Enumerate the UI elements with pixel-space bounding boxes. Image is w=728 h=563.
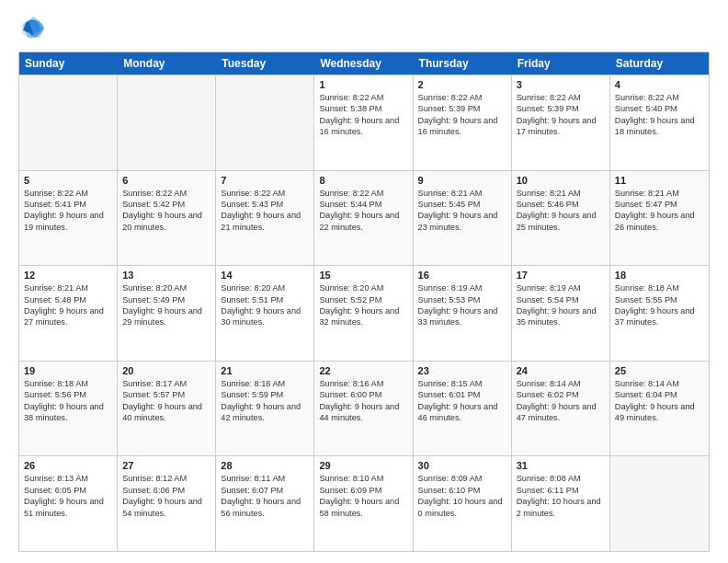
calendar-cell: 1Sunrise: 8:22 AMSunset: 5:38 PMDaylight… — [314, 75, 413, 170]
calendar-week: 26Sunrise: 8:13 AMSunset: 6:05 PMDayligh… — [19, 455, 709, 551]
calendar-cell: 17Sunrise: 8:19 AMSunset: 5:54 PMDayligh… — [512, 266, 610, 361]
daylight-text: Daylight: 9 hours and 44 minutes. — [319, 401, 407, 424]
sunrise-text: Sunrise: 8:16 AM — [319, 378, 407, 389]
sunrise-text: Sunrise: 8:10 AM — [319, 473, 407, 484]
sunrise-text: Sunrise: 8:11 AM — [221, 473, 309, 484]
sunrise-text: Sunrise: 8:18 AM — [24, 378, 112, 389]
sunset-text: Sunset: 5:48 PM — [24, 294, 112, 305]
daylight-text: Daylight: 9 hours and 56 minutes. — [221, 496, 309, 519]
sunrise-text: Sunrise: 8:21 AM — [24, 282, 112, 293]
sunrise-text: Sunrise: 8:20 AM — [122, 282, 210, 293]
day-number: 22 — [319, 365, 407, 376]
day-number: 2 — [418, 79, 506, 90]
calendar-cell — [216, 75, 314, 170]
daylight-text: Daylight: 9 hours and 37 minutes. — [615, 305, 704, 328]
sunrise-text: Sunrise: 8:22 AM — [24, 188, 112, 199]
daylight-text: Daylight: 9 hours and 47 minutes. — [517, 401, 605, 424]
sunset-text: Sunset: 5:59 PM — [221, 389, 309, 400]
sunrise-text: Sunrise: 8:22 AM — [122, 188, 210, 199]
calendar-cell: 25Sunrise: 8:14 AMSunset: 6:04 PMDayligh… — [610, 362, 709, 456]
day-header: Monday — [118, 52, 216, 75]
sunrise-text: Sunrise: 8:22 AM — [615, 92, 704, 103]
daylight-text: Daylight: 9 hours and 54 minutes. — [122, 496, 210, 519]
sunset-text: Sunset: 6:11 PM — [517, 485, 605, 496]
day-number: 11 — [615, 175, 704, 186]
daylight-text: Daylight: 9 hours and 27 minutes. — [24, 305, 112, 328]
logo — [18, 15, 50, 42]
sunset-text: Sunset: 6:02 PM — [517, 389, 605, 400]
sunset-text: Sunset: 5:56 PM — [24, 389, 112, 400]
daylight-text: Daylight: 9 hours and 42 minutes. — [221, 401, 309, 424]
sunset-text: Sunset: 6:04 PM — [615, 389, 704, 400]
calendar-cell: 9Sunrise: 8:21 AMSunset: 5:45 PMDaylight… — [414, 171, 512, 266]
calendar-week: 19Sunrise: 8:18 AMSunset: 5:56 PMDayligh… — [19, 361, 709, 456]
sunset-text: Sunset: 6:00 PM — [319, 389, 407, 400]
daylight-text: Daylight: 9 hours and 35 minutes. — [517, 305, 605, 328]
sunset-text: Sunset: 5:57 PM — [122, 389, 210, 400]
daylight-text: Daylight: 9 hours and 23 minutes. — [418, 210, 506, 233]
calendar-cell: 12Sunrise: 8:21 AMSunset: 5:48 PMDayligh… — [19, 266, 118, 361]
day-number: 24 — [517, 365, 605, 376]
day-header: Saturday — [610, 52, 709, 75]
sunset-text: Sunset: 5:55 PM — [615, 294, 704, 305]
calendar-cell: 28Sunrise: 8:11 AMSunset: 6:07 PMDayligh… — [216, 456, 314, 551]
calendar-cell: 31Sunrise: 8:08 AMSunset: 6:11 PMDayligh… — [512, 456, 610, 551]
daylight-text: Daylight: 9 hours and 32 minutes. — [319, 305, 407, 328]
calendar-cell: 26Sunrise: 8:13 AMSunset: 6:05 PMDayligh… — [19, 456, 118, 551]
day-header: Sunday — [19, 52, 118, 75]
day-number: 4 — [615, 79, 704, 90]
sunset-text: Sunset: 5:39 PM — [418, 103, 506, 114]
calendar-cell — [19, 75, 118, 170]
day-header: Tuesday — [216, 52, 314, 75]
daylight-text: Daylight: 9 hours and 51 minutes. — [24, 496, 112, 519]
day-number: 28 — [221, 460, 309, 471]
day-number: 21 — [221, 365, 309, 376]
daylight-text: Daylight: 9 hours and 29 minutes. — [122, 305, 210, 328]
daylight-text: Daylight: 9 hours and 40 minutes. — [122, 401, 210, 424]
sunset-text: Sunset: 5:43 PM — [221, 199, 309, 210]
sunset-text: Sunset: 5:39 PM — [517, 103, 605, 114]
calendar-cell: 11Sunrise: 8:21 AMSunset: 5:47 PMDayligh… — [610, 171, 709, 266]
calendar-week: 1Sunrise: 8:22 AMSunset: 5:38 PMDaylight… — [19, 75, 709, 170]
calendar-cell: 21Sunrise: 8:16 AMSunset: 5:59 PMDayligh… — [216, 362, 314, 456]
sunrise-text: Sunrise: 8:21 AM — [517, 188, 605, 199]
calendar-cell: 29Sunrise: 8:10 AMSunset: 6:09 PMDayligh… — [314, 456, 413, 551]
day-header: Thursday — [414, 52, 512, 75]
calendar-cell: 8Sunrise: 8:22 AMSunset: 5:44 PMDaylight… — [314, 171, 413, 266]
day-number: 5 — [24, 175, 112, 186]
daylight-text: Daylight: 10 hours and 2 minutes. — [517, 496, 605, 519]
day-number: 30 — [418, 460, 506, 471]
calendar-cell: 13Sunrise: 8:20 AMSunset: 5:49 PMDayligh… — [118, 266, 216, 361]
sunrise-text: Sunrise: 8:21 AM — [418, 188, 506, 199]
calendar-header: SundayMondayTuesdayWednesdayThursdayFrid… — [19, 52, 709, 75]
daylight-text: Daylight: 9 hours and 21 minutes. — [221, 210, 309, 233]
day-header: Wednesday — [314, 52, 413, 75]
sunrise-text: Sunrise: 8:09 AM — [418, 473, 506, 484]
sunrise-text: Sunrise: 8:22 AM — [418, 92, 506, 103]
calendar-cell: 7Sunrise: 8:22 AMSunset: 5:43 PMDaylight… — [216, 171, 314, 266]
sunset-text: Sunset: 5:49 PM — [122, 294, 210, 305]
header — [18, 15, 710, 42]
sunset-text: Sunset: 5:51 PM — [221, 294, 309, 305]
day-number: 25 — [615, 365, 704, 376]
sunrise-text: Sunrise: 8:19 AM — [418, 282, 506, 293]
day-number: 19 — [24, 365, 112, 376]
sunset-text: Sunset: 6:07 PM — [221, 485, 309, 496]
sunrise-text: Sunrise: 8:18 AM — [615, 282, 704, 293]
logo-icon — [18, 15, 46, 42]
daylight-text: Daylight: 9 hours and 18 minutes. — [615, 115, 704, 138]
calendar-cell: 15Sunrise: 8:20 AMSunset: 5:52 PMDayligh… — [314, 266, 413, 361]
sunset-text: Sunset: 5:38 PM — [319, 103, 407, 114]
day-number: 26 — [24, 460, 112, 471]
sunset-text: Sunset: 5:53 PM — [418, 294, 506, 305]
calendar-cell: 5Sunrise: 8:22 AMSunset: 5:41 PMDaylight… — [19, 171, 118, 266]
sunset-text: Sunset: 5:44 PM — [319, 199, 407, 210]
daylight-text: Daylight: 9 hours and 46 minutes. — [418, 401, 506, 424]
sunrise-text: Sunrise: 8:15 AM — [418, 378, 506, 389]
day-number: 12 — [24, 270, 112, 281]
calendar-week: 12Sunrise: 8:21 AMSunset: 5:48 PMDayligh… — [19, 265, 709, 361]
sunrise-text: Sunrise: 8:22 AM — [221, 188, 309, 199]
daylight-text: Daylight: 9 hours and 19 minutes. — [24, 210, 112, 233]
daylight-text: Daylight: 10 hours and 0 minutes. — [418, 496, 506, 519]
day-header: Friday — [512, 52, 610, 75]
